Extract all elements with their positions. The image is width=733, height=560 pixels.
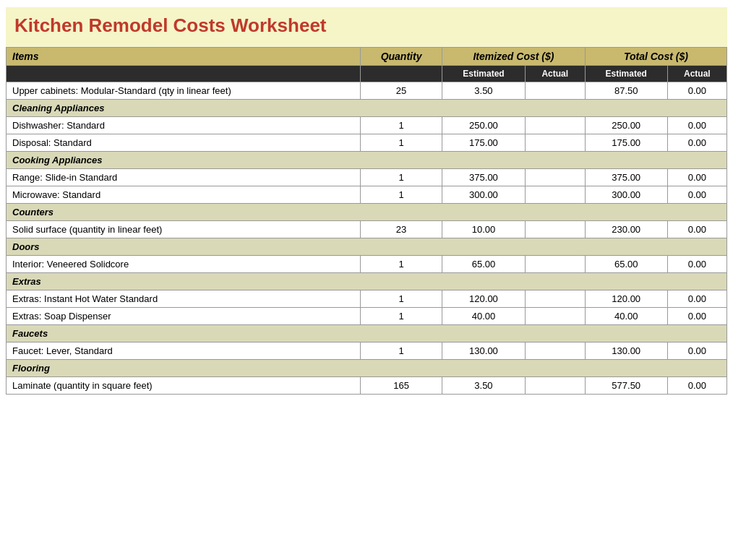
data-cell: 0.00 (667, 377, 726, 395)
data-cell: 1 (361, 134, 442, 152)
data-cell: 1 (361, 290, 442, 308)
data-cell: 0.00 (667, 169, 726, 186)
item-name-cell: Extras: Instant Hot Water Standard (7, 290, 361, 308)
data-cell: 25 (361, 82, 442, 100)
data-cell: 0.00 (667, 290, 726, 308)
data-cell: 0.00 (667, 256, 726, 273)
data-cell: 1 (361, 343, 442, 360)
data-cell: 120.00 (585, 290, 667, 308)
data-cell: 375.00 (442, 169, 526, 186)
data-cell: 130.00 (585, 343, 667, 360)
table-row: Dishwasher: Standard1250.00250.000.00 (7, 117, 727, 134)
data-cell (525, 134, 585, 152)
item-name-cell: Dishwasher: Standard (7, 117, 361, 134)
table-row: Microwave: Standard1300.00300.000.00 (7, 186, 727, 204)
data-cell: 10.00 (442, 221, 526, 238)
data-cell: 87.50 (585, 82, 667, 100)
item-name-cell: Microwave: Standard (7, 186, 361, 204)
worksheet-container: Kitchen Remodel Costs Worksheet Items Qu… (0, 0, 733, 402)
data-cell: 0.00 (667, 308, 726, 325)
data-cell: 3.50 (442, 82, 526, 100)
main-header-row: Items Quantity Itemized Cost ($) Total C… (7, 48, 727, 66)
category-row: Doors (7, 238, 727, 256)
data-cell: 40.00 (585, 308, 667, 325)
data-cell (525, 290, 585, 308)
sub-empty-2 (361, 66, 442, 82)
category-label: Cooking Appliances (7, 152, 727, 169)
data-cell: 3.50 (442, 377, 526, 395)
data-cell: 130.00 (442, 343, 526, 360)
worksheet-title: Kitchen Remodel Costs Worksheet (6, 7, 727, 47)
data-cell (525, 308, 585, 325)
data-cell (525, 377, 585, 395)
table-row: Laminate (quantity in square feet)1653.5… (7, 377, 727, 395)
data-cell: 0.00 (667, 82, 726, 100)
col-qty-header: Quantity (361, 48, 442, 66)
table-row: Disposal: Standard1175.00175.000.00 (7, 134, 727, 152)
item-name-cell: Interior: Veneered Solidcore (7, 256, 361, 273)
table-row: Extras: Instant Hot Water Standard1120.0… (7, 290, 727, 308)
sub-total-estimated: Estimated (585, 66, 667, 82)
sub-itemized-actual: Actual (525, 66, 585, 82)
data-cell: 300.00 (585, 186, 667, 204)
category-label: Doors (7, 238, 727, 256)
sub-itemized-estimated: Estimated (442, 66, 526, 82)
data-cell (525, 221, 585, 238)
item-name-cell: Laminate (quantity in square feet) (7, 377, 361, 395)
category-label: Cleaning Appliances (7, 100, 727, 117)
table-row: Extras: Soap Dispenser140.0040.000.00 (7, 308, 727, 325)
data-cell: 0.00 (667, 134, 726, 152)
cost-table: Items Quantity Itemized Cost ($) Total C… (6, 47, 727, 395)
data-cell: 165 (361, 377, 442, 395)
item-name-cell: Solid surface (quantity in linear feet) (7, 221, 361, 238)
item-name-cell: Extras: Soap Dispenser (7, 308, 361, 325)
col-items-header: Items (7, 48, 361, 66)
category-row: Counters (7, 204, 727, 221)
data-cell: 1 (361, 169, 442, 186)
data-cell: 0.00 (667, 117, 726, 134)
data-cell: 300.00 (442, 186, 526, 204)
data-cell: 1 (361, 186, 442, 204)
data-cell: 175.00 (442, 134, 526, 152)
data-cell: 175.00 (585, 134, 667, 152)
table-row: Interior: Veneered Solidcore165.0065.000… (7, 256, 727, 273)
data-cell: 65.00 (442, 256, 526, 273)
item-name-cell: Faucet: Lever, Standard (7, 343, 361, 360)
data-cell: 577.50 (585, 377, 667, 395)
item-name-cell: Disposal: Standard (7, 134, 361, 152)
col-total-header: Total Cost ($) (585, 48, 726, 66)
data-cell: 1 (361, 308, 442, 325)
sub-header-row: Estimated Actual Estimated Actual (7, 66, 727, 82)
data-cell (525, 343, 585, 360)
table-body: Upper cabinets: Modular-Standard (qty in… (7, 82, 727, 395)
data-cell (525, 169, 585, 186)
table-row: Solid surface (quantity in linear feet)2… (7, 221, 727, 238)
item-name-cell: Range: Slide-in Standard (7, 169, 361, 186)
sub-total-actual: Actual (667, 66, 726, 82)
col-itemized-header: Itemized Cost ($) (442, 48, 586, 66)
data-cell (525, 82, 585, 100)
data-cell: 0.00 (667, 221, 726, 238)
data-cell: 40.00 (442, 308, 526, 325)
category-row: Cleaning Appliances (7, 100, 727, 117)
data-cell (525, 256, 585, 273)
category-row: Extras (7, 273, 727, 290)
data-cell: 1 (361, 256, 442, 273)
data-cell: 230.00 (585, 221, 667, 238)
category-row: Cooking Appliances (7, 152, 727, 169)
category-label: Counters (7, 204, 727, 221)
data-cell: 1 (361, 117, 442, 134)
data-cell: 250.00 (585, 117, 667, 134)
table-row: Upper cabinets: Modular-Standard (qty in… (7, 82, 727, 100)
data-cell (525, 186, 585, 204)
data-cell: 0.00 (667, 343, 726, 360)
data-cell: 250.00 (442, 117, 526, 134)
data-cell: 375.00 (585, 169, 667, 186)
category-row: Faucets (7, 325, 727, 343)
data-cell: 120.00 (442, 290, 526, 308)
sub-empty-1 (7, 66, 361, 82)
category-label: Faucets (7, 325, 727, 343)
table-row: Range: Slide-in Standard1375.00375.000.0… (7, 169, 727, 186)
data-cell (525, 117, 585, 134)
data-cell: 0.00 (667, 186, 726, 204)
